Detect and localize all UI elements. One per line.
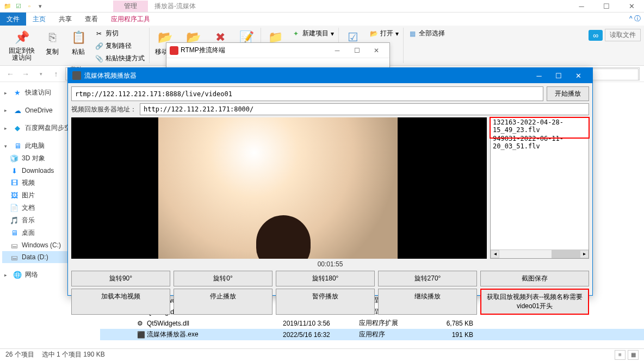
fetch-playlist-button[interactable]: 获取回放视频列表--视频名称需要video01开头 — [480, 289, 589, 315]
desktop-icon: 🖥 — [10, 229, 18, 238]
select-all-button[interactable]: ▦全部选择 — [406, 28, 447, 39]
file-icon: ⚙ — [137, 320, 147, 327]
rtmp-window[interactable]: RTMP推流终端 ─ ☐ ✕ — [166, 42, 390, 70]
drive-icon: 🖴 — [10, 253, 18, 261]
view-details-button[interactable]: ≡ — [615, 350, 626, 360]
rtmp-maximize-button[interactable]: ☐ — [347, 47, 367, 54]
player-minimize-button[interactable]: ─ — [529, 72, 549, 80]
recent-dropdown[interactable]: ▾ — [35, 68, 47, 80]
stream-url-input[interactable] — [71, 86, 543, 101]
status-bar: 26 个项目 选中 1 个项目 190 KB ≡ ▦ — [0, 348, 644, 360]
explorer-titlebar: 📁 ☑ ▫ ▾ 管理 播放器-流媒体 ─ ☐ ✕ — [0, 0, 644, 13]
screenshot-button[interactable]: 截图保存 — [480, 271, 589, 286]
window-controls: ─ ☐ ✕ — [569, 0, 644, 13]
rotate-90-button[interactable]: 旋转90° — [71, 271, 170, 286]
paste-button[interactable]: 📋粘贴 — [66, 28, 90, 64]
cube-icon: 🧊 — [10, 154, 18, 163]
shortcut-icon: 📎 — [95, 54, 103, 63]
view-icons-button[interactable]: ▦ — [628, 350, 639, 360]
load-local-button[interactable]: 加载本地视频 — [71, 289, 170, 315]
app-icon: ▫ — [25, 2, 34, 10]
stop-button[interactable]: 停止播放 — [174, 289, 273, 315]
cloud-icon: ∞ — [589, 30, 603, 41]
rtmp-close-button[interactable]: ✕ — [367, 47, 386, 54]
pause-button[interactable]: 暂停播放 — [276, 289, 375, 315]
tab-home[interactable]: 主页 — [26, 13, 52, 26]
video-viewport[interactable] — [71, 117, 487, 259]
paste-shortcut-button[interactable]: 📎粘贴快捷方式 — [92, 53, 147, 64]
rotate-180-button[interactable]: 旋转180° — [276, 271, 375, 286]
forward-button[interactable]: → — [20, 68, 32, 80]
replay-server-input[interactable] — [140, 103, 589, 115]
pin-button[interactable]: 📌固定到快 速访问 — [5, 28, 38, 64]
start-play-button[interactable]: 开始播放 — [547, 86, 589, 101]
pin-icon: 📌 — [13, 29, 30, 46]
help-icon[interactable]: ^ ⓘ — [629, 14, 641, 23]
qat-dropdown-icon[interactable]: ▾ — [36, 2, 45, 10]
rtmp-app-icon — [170, 46, 178, 55]
playlist-item[interactable]: 132163-2022-04-28-15_49_23.flv — [491, 118, 589, 134]
tab-app-tools[interactable]: 应用程序工具 — [104, 13, 157, 26]
new-item-icon: ✦ — [292, 29, 300, 38]
folder-icon: 📁 — [3, 2, 12, 10]
scroll-thumb[interactable] — [552, 250, 580, 258]
network-icon: 🌐 — [13, 271, 22, 279]
resume-button[interactable]: 继续播放 — [378, 289, 477, 315]
context-tab-header: 管理 — [113, 1, 148, 12]
tab-share[interactable]: 共享 — [52, 13, 78, 26]
file-icon: ⬛ — [137, 331, 147, 339]
paste-icon: 📋 — [70, 29, 87, 46]
scroll-left-icon[interactable]: ◂ — [491, 250, 499, 258]
quick-access-toolbar: 📁 ☑ ▫ ▾ — [0, 2, 48, 10]
close-button[interactable]: ✕ — [619, 0, 644, 13]
scissors-icon: ✂ — [95, 29, 103, 38]
music-icon: 🎵 — [10, 216, 18, 225]
tab-file[interactable]: 文件 — [0, 13, 26, 26]
checkbox-icon[interactable]: ☑ — [14, 2, 23, 10]
ribbon-tabs: 文件 主页 共享 查看 应用程序工具 — [0, 13, 644, 26]
status-count: 26 个项目 — [5, 350, 34, 359]
playlist[interactable]: 132163-2022-04-28-15_49_23.flv 949031-20… — [490, 117, 589, 259]
scroll-right-icon[interactable]: ▸ — [580, 250, 589, 258]
rtmp-titlebar[interactable]: RTMP推流终端 ─ ☐ ✕ — [166, 43, 389, 58]
maximize-button[interactable]: ☐ — [594, 0, 619, 13]
file-row[interactable]: ⚙Qt5Widgets.dll2019/11/10 3:56应用程序扩展6,78… — [100, 317, 644, 329]
player-titlebar[interactable]: 流媒体视频播放器 ─ ☐ ✕ — [68, 68, 592, 83]
cloud-icon: ☁ — [13, 106, 22, 115]
rotate-0-button[interactable]: 旋转0° — [174, 271, 273, 286]
player-title-text: 流媒体视频播放器 — [84, 71, 137, 80]
copy-path-button[interactable]: 🔗复制路径 — [92, 40, 147, 52]
status-selection: 选中 1 个项目 190 KB — [42, 350, 105, 359]
playlist-item[interactable]: 949031-2022-06-11-20_03_51.flv — [491, 134, 589, 151]
playlist-scrollbar[interactable]: ◂ ▸ — [491, 249, 589, 258]
drive-icon: 🖴 — [10, 241, 18, 249]
file-row[interactable]: ⬛流媒体播放器.exe2022/5/16 16:32应用程序191 KB — [100, 329, 644, 340]
cut-button[interactable]: ✂剪切 — [92, 28, 147, 39]
timecode: 00:01:55 — [71, 259, 589, 270]
document-icon: 📄 — [10, 204, 18, 213]
player-app-icon — [72, 71, 81, 80]
download-icon: ⬇ — [10, 166, 18, 175]
replay-server-label: 视频回放服务器地址： — [71, 105, 137, 114]
window-title: 播放器-流媒体 — [148, 2, 196, 11]
picture-icon: 🖼 — [10, 191, 18, 200]
cloud-badge[interactable]: ∞ 读取文件 — [589, 29, 641, 41]
tab-view[interactable]: 查看 — [78, 13, 104, 26]
path-icon: 🔗 — [95, 42, 103, 51]
back-button[interactable]: ← — [4, 68, 16, 80]
rtmp-minimize-button[interactable]: ─ — [327, 47, 347, 54]
player-window: 流媒体视频播放器 ─ ☐ ✕ 开始播放 视频回放服务器地址： 132163-20… — [67, 67, 593, 296]
open-icon: 📂 — [369, 29, 378, 38]
video-icon: 🎞 — [10, 179, 18, 188]
minimize-button[interactable]: ─ — [569, 0, 594, 13]
select-all-icon: ▦ — [408, 29, 417, 38]
copy-button[interactable]: ⎘复制 — [40, 28, 64, 64]
new-item-button[interactable]: ✦新建项目 ▾ — [289, 28, 336, 39]
player-close-button[interactable]: ✕ — [568, 72, 588, 80]
rotate-270-button[interactable]: 旋转270° — [378, 271, 477, 286]
rtmp-title-text: RTMP推流终端 — [181, 46, 225, 55]
open-button[interactable]: 📂打开 ▾ — [367, 28, 401, 39]
player-maximize-button[interactable]: ☐ — [549, 72, 568, 80]
up-button[interactable]: ↑ — [50, 68, 62, 80]
baidu-icon: ◆ — [13, 124, 22, 133]
